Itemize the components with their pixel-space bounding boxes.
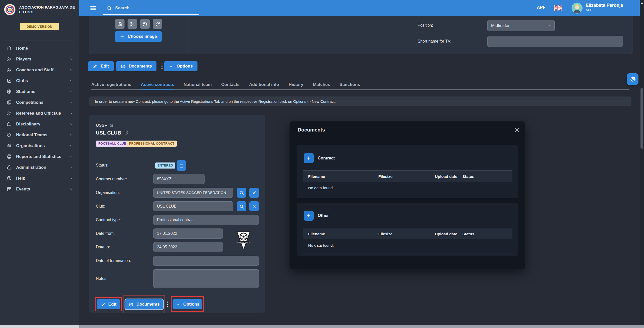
crop-button[interactable] — [128, 19, 137, 29]
tab-active-registrations[interactable]: Active registrations — [91, 80, 131, 90]
column-status: Status — [462, 174, 474, 179]
chevron-down-icon — [175, 302, 180, 307]
horizontal-scrollbar[interactable] — [0, 325, 644, 328]
tab-matches[interactable]: Matches — [313, 80, 330, 90]
chevron-down-icon — [69, 79, 73, 83]
search-icon — [239, 204, 244, 209]
table-header: Filename Filesize Upload date Status — [303, 228, 512, 239]
column-status: Status — [462, 232, 474, 236]
club-crest: ATHLETICO OLIMPIC — [235, 231, 252, 250]
club-search-button[interactable] — [237, 201, 246, 211]
notes-textarea[interactable] — [153, 269, 259, 288]
column-filesize: Filesize — [378, 174, 392, 179]
sidebar-item-coaches-and-staff[interactable]: Coaches and Staff — [0, 64, 79, 75]
sidebar-item-events[interactable]: Events — [0, 184, 79, 194]
date-to-input[interactable] — [153, 242, 223, 252]
empty-state-text: No data found. — [308, 186, 334, 190]
date-from-label: Date from: — [96, 228, 146, 239]
options-button[interactable]: Options — [164, 61, 197, 71]
scrollbar-thumb[interactable] — [640, 88, 643, 149]
close-icon[interactable] — [514, 127, 520, 133]
card-edit-button[interactable]: Edit — [97, 299, 120, 309]
vertical-scrollbar[interactable] — [640, 0, 644, 328]
empty-state-text: No data found. — [308, 243, 334, 248]
tab-active-contracts[interactable]: Active contracts — [141, 80, 174, 90]
sidebar-item-disciplinary[interactable]: Disciplinary — [0, 119, 79, 129]
tab-sanctions[interactable]: Sanctions — [340, 80, 360, 90]
choose-image-button[interactable]: Choose image — [115, 31, 162, 42]
card-options-button[interactable]: Options — [173, 299, 202, 309]
tv-short-name-input[interactable] — [487, 36, 623, 47]
table-bottom-divider — [303, 253, 512, 253]
scissors-icon — [130, 21, 135, 27]
undo-button[interactable] — [140, 19, 150, 29]
sidebar-item-national-teams[interactable]: National Teams — [0, 129, 79, 140]
contract-type-input[interactable] — [153, 215, 259, 225]
search-icon — [107, 6, 112, 11]
club-input[interactable] — [153, 201, 233, 211]
sidebar-item-competitions[interactable]: Competitions — [0, 97, 79, 108]
avatar[interactable] — [572, 3, 583, 14]
briefcase-icon — [7, 121, 12, 127]
termination-input[interactable] — [153, 256, 259, 266]
app-root: { "sidebar": { "org_name": "ASOCIACION P… — [0, 0, 644, 328]
card-documents-button[interactable]: Documents — [125, 299, 163, 309]
chevron-down-icon — [69, 57, 73, 61]
status-history-button[interactable] — [177, 160, 186, 171]
search-input[interactable] — [115, 4, 196, 12]
sidebar-item-stadiums[interactable]: Stadiums — [0, 86, 79, 97]
external-link-icon[interactable] — [124, 131, 129, 135]
sidebar-item-organisations[interactable]: Organisations — [0, 140, 79, 151]
tab-national-team[interactable]: National team — [184, 80, 212, 90]
edit-button[interactable]: Edit — [88, 61, 114, 71]
contract-card: USSF USL CLUB FOOTBALL CLUB PROFESSIONAL… — [89, 115, 265, 313]
user-menu[interactable]: Elizabeta Peronja APF — [586, 3, 623, 12]
club-type-badge: FOOTBALL CLUB — [96, 141, 129, 147]
add-other-document-button[interactable] — [304, 211, 314, 221]
sidebar-item-help[interactable]: Help — [0, 173, 79, 184]
tab-additional-info[interactable]: Additional info — [249, 80, 279, 90]
club-link[interactable]: USL CLUB — [96, 130, 129, 136]
sidebar-item-clubs[interactable]: Clubs — [0, 75, 79, 86]
organisation-input[interactable] — [153, 188, 233, 198]
documents-button[interactable]: Documents — [116, 61, 156, 71]
settings-button[interactable] — [627, 73, 638, 85]
menu-icon[interactable] — [90, 4, 97, 12]
section-title: Contract — [318, 156, 335, 160]
external-link-icon[interactable] — [109, 123, 114, 127]
chevron-down-icon — [69, 166, 73, 169]
sidebar-item-referees-and-officials[interactable]: Referees and Officials — [0, 108, 79, 119]
documents-panel: Documents Contract Filename Filesize Upl… — [290, 121, 525, 269]
card-more-actions-icon[interactable] — [165, 299, 170, 309]
tab-history[interactable]: History — [289, 80, 303, 90]
scrollbar-thumb[interactable] — [0, 325, 79, 328]
folder-open-icon — [129, 302, 133, 307]
sidebar-item-players[interactable]: Players — [0, 54, 79, 64]
printer-icon — [7, 154, 12, 159]
camera-icon — [117, 21, 123, 27]
scroll-up-arrow-icon[interactable] — [641, 2, 643, 4]
language-flag-icon[interactable] — [554, 5, 562, 11]
organisation-clear-button[interactable] — [249, 188, 259, 198]
org-short-label[interactable]: APF — [537, 5, 545, 10]
organisation-search-button[interactable] — [237, 188, 246, 198]
sidebar-nav: Home Players Coaches and Staff Clubs Sta… — [0, 43, 79, 194]
user-name: Elizabeta Peronja — [586, 3, 623, 8]
demo-version-badge: DEMO VERSION — [20, 23, 59, 30]
panel-divider — [290, 141, 525, 141]
position-select[interactable]: Midfielder — [487, 20, 555, 31]
plus-icon — [306, 156, 311, 161]
club-clear-button[interactable] — [249, 201, 259, 211]
section-divider — [188, 19, 188, 52]
federation-link[interactable]: USSF — [96, 123, 114, 128]
redo-button[interactable] — [153, 19, 162, 29]
sidebar-item-home[interactable]: Home — [0, 43, 79, 54]
date-from-input[interactable] — [153, 228, 223, 239]
tab-contacts[interactable]: Contacts — [221, 80, 240, 90]
sidebar-item-reports-and-statistics[interactable]: Reports and Statistics — [0, 151, 79, 162]
contract-number-input[interactable] — [153, 174, 205, 184]
add-contract-document-button[interactable] — [304, 153, 314, 163]
sidebar-item-administration[interactable]: Administration — [0, 162, 79, 173]
org-name: ASOCIACION PARAGUAYA DE FUTBOL — [19, 5, 75, 14]
camera-button[interactable] — [115, 19, 125, 29]
